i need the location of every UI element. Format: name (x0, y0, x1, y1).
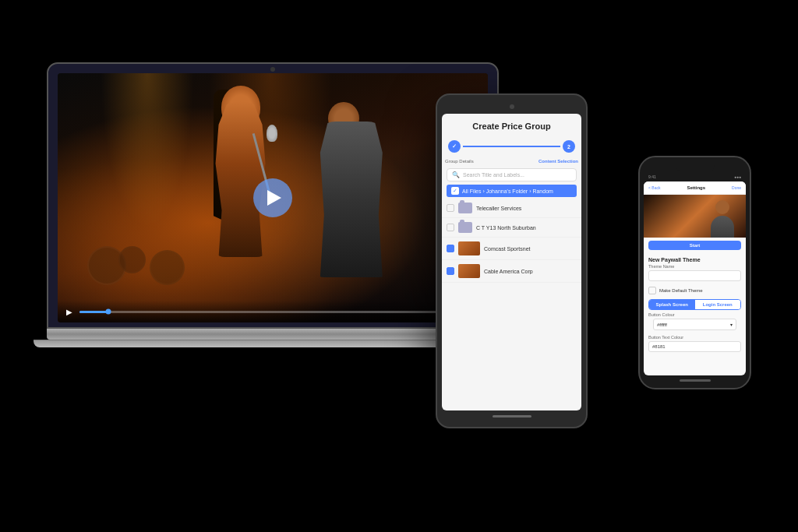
phone-back-button[interactable]: < Back (648, 185, 660, 190)
phone-header: < Back Settings Done (644, 181, 746, 195)
laptop-screen-outer: ▶ 0:06 🔊 ⛶ (47, 62, 499, 329)
step2-circle: 2 (563, 140, 575, 153)
button-text-color-value: #8181 (652, 344, 666, 349)
concert-bg: ▶ 0:06 🔊 ⛶ (58, 73, 488, 322)
file-checkbox-2[interactable] (447, 224, 454, 231)
drum2 (118, 246, 146, 273)
step1-label: Group Details (445, 159, 474, 164)
file-name-3: Comcast Sportsnet (484, 246, 577, 252)
drums-silhouette (79, 223, 189, 285)
button-color-group: Button Colour #ffffff ▾ (644, 312, 746, 332)
file-name-4: Cable America Corp (484, 269, 577, 274)
folder-icon (458, 222, 472, 233)
tablet-breadcrumb: All Files › Johanna's Folder › Random (447, 185, 577, 197)
video-play-button[interactable]: ▶ (64, 306, 75, 317)
tablet-search[interactable]: 🔍 Search Title and Labels... (447, 168, 577, 181)
phone-screen-title: Settings (687, 185, 705, 190)
file-checkbox-4[interactable] (447, 267, 454, 275)
laptop-camera (270, 67, 275, 72)
phone-section-title: New Paywall Theme (644, 253, 746, 264)
folder-icon (458, 203, 472, 213)
laptop: ▶ 0:06 🔊 ⛶ (47, 62, 499, 347)
list-item[interactable]: Telecaller Services (442, 199, 581, 218)
progress-fill (79, 311, 108, 313)
person-body (711, 216, 734, 238)
tablet-title: Create Price Group (448, 122, 575, 131)
button-color-dropdown[interactable]: #ffffff ▾ (653, 319, 736, 330)
phone: 9:41 ●●● < Back Settings Done Start New … (638, 156, 751, 389)
play-button[interactable] (253, 178, 292, 217)
button-text-color-group: Button Text Colour #8181 (644, 335, 746, 352)
theme-name-group: Theme Name (644, 264, 746, 281)
phone-video-person (707, 199, 738, 234)
login-screen-tab[interactable]: Login Screen (695, 300, 741, 309)
make-default-checkbox[interactable] (648, 287, 656, 294)
guitarist-body (312, 122, 390, 277)
file-checkbox-1[interactable] (447, 204, 454, 212)
file-name-2: C T Y13 North Suburban (476, 225, 577, 231)
button-text-color-label: Button Text Colour (648, 335, 741, 340)
singer-body (210, 101, 272, 257)
play-icon (267, 190, 281, 206)
search-icon: 🔍 (452, 171, 460, 178)
button-color-label: Button Colour (648, 312, 741, 317)
file-checkbox-3[interactable] (447, 245, 454, 252)
guitarist-silhouette (289, 98, 445, 316)
splash-screen-tab[interactable]: Splash Screen (649, 300, 695, 309)
progress-dot (105, 309, 111, 315)
phone-time: 9:41 (648, 174, 656, 179)
person-head (715, 200, 729, 214)
tablet: Create Price Group ✓ 2 Group Details Con… (436, 93, 588, 428)
step1-circle: ✓ (448, 140, 461, 153)
step2-label: Content Selection (538, 159, 578, 164)
tablet-file-list: Telecaller Services C T Y13 North Suburb… (442, 199, 581, 410)
tablet-camera (510, 104, 514, 109)
tablet-screen: Create Price Group ✓ 2 Group Details Con… (442, 114, 581, 410)
list-item[interactable]: Cable America Corp (442, 260, 581, 283)
breadcrumb-text: All Files › Johanna's Folder › Random (462, 188, 553, 194)
progress-bar[interactable] (79, 311, 436, 313)
phone-notch (676, 165, 715, 171)
step-labels: Group Details Content Selection (442, 159, 581, 164)
tablet-steps: ✓ 2 (442, 137, 581, 156)
phone-cta-button[interactable]: Start (648, 241, 741, 250)
video-thumbnail-4 (458, 264, 480, 278)
video-thumbnail-3 (458, 241, 480, 255)
tablet-header: Create Price Group (442, 114, 581, 134)
laptop-base (47, 329, 499, 340)
breadcrumb-check (451, 187, 459, 195)
button-color-value: #ffffff (657, 322, 667, 327)
video-controls: ▶ 0:06 🔊 ⛶ (58, 301, 488, 322)
phone-home-bar (680, 379, 711, 382)
file-name-1: Telecaller Services (476, 206, 577, 211)
singer-mic (267, 125, 277, 142)
theme-name-input[interactable] (648, 270, 741, 281)
screen-tab-group: Splash Screen Login Screen (648, 299, 741, 310)
make-default-label: Make Default Theme (659, 288, 703, 293)
list-item[interactable]: Comcast Sportsnet (442, 238, 581, 260)
button-text-color-input[interactable]: #8181 (648, 341, 741, 352)
theme-name-label: Theme Name (648, 264, 741, 269)
phone-done-button[interactable]: Done (732, 185, 741, 190)
phone-video-preview (644, 195, 746, 238)
phone-screen: < Back Settings Done Start New Paywall T… (644, 181, 746, 375)
phone-status-bar: 9:41 ●●● (644, 174, 746, 179)
laptop-screen: ▶ 0:06 🔊 ⛶ (58, 73, 488, 322)
make-default-row: Make Default Theme (644, 284, 746, 297)
list-item[interactable]: C T Y13 North Suburban (442, 218, 581, 238)
scene: ▶ 0:06 🔊 ⛶ Create Price (0, 0, 798, 532)
search-placeholder: Search Title and Labels... (463, 172, 524, 178)
tablet-home-bar (493, 415, 531, 417)
step-line (463, 146, 560, 147)
phone-signal: ●●● (734, 174, 741, 179)
chevron-down-icon: ▾ (730, 322, 733, 327)
